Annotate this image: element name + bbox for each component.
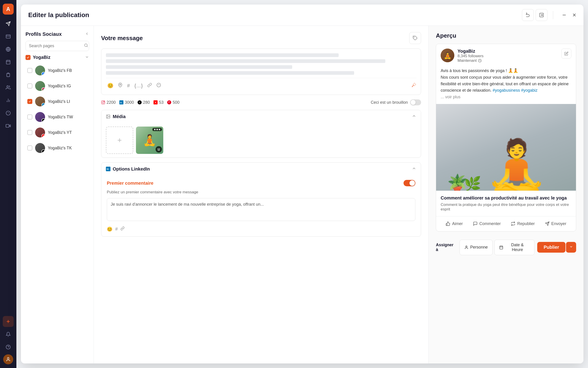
preview-title: Aperçu bbox=[436, 32, 576, 39]
profiles-title-label: Profils Sociaux bbox=[26, 31, 62, 37]
close-button[interactable]: × bbox=[572, 11, 576, 19]
profile-fb-checkbox[interactable] bbox=[27, 68, 32, 73]
list-item: ♪ YogaBiz's TK bbox=[26, 141, 89, 155]
media-section-collapse[interactable] bbox=[412, 114, 416, 119]
minimize-button[interactable]: − bbox=[562, 11, 566, 19]
nav-icon-help[interactable] bbox=[3, 341, 14, 352]
loading-line-1 bbox=[106, 53, 339, 57]
nav-icon-globe[interactable] bbox=[3, 44, 14, 55]
draft-toggle[interactable] bbox=[410, 99, 421, 105]
profile-tk-checkbox[interactable] bbox=[27, 146, 32, 150]
svg-point-3 bbox=[7, 86, 9, 87]
comment-emoji-icon[interactable]: 😊 bbox=[107, 226, 113, 232]
like-button[interactable]: Aimer bbox=[442, 220, 466, 228]
send-button[interactable]: Envoyer bbox=[541, 220, 570, 228]
undo-button[interactable] bbox=[522, 9, 534, 21]
first-comment-textarea[interactable]: Je suis ravi d'annoncer le lancement de … bbox=[107, 198, 415, 221]
preview-time: Maintenant bbox=[457, 58, 558, 63]
hashtag-yogabiz[interactable]: #yogabiz bbox=[521, 88, 537, 92]
message-panel-title: Votre message bbox=[101, 35, 143, 42]
mention-icon[interactable]: {…} bbox=[133, 81, 144, 90]
nav-icon-add[interactable] bbox=[3, 316, 14, 327]
list-item: in YogaBiz's LI bbox=[26, 95, 89, 108]
image-icon[interactable] bbox=[155, 81, 162, 90]
nav-icon-clipboard[interactable] bbox=[3, 69, 14, 80]
preview-account-name: YogaBiz bbox=[457, 49, 558, 54]
text-editor[interactable]: 😊 # {…} bbox=[101, 49, 421, 95]
nav-icon-bell[interactable] bbox=[3, 329, 14, 340]
linkedin-section-collapse[interactable] bbox=[412, 166, 416, 172]
linkedin-options-body: Premier commentaire Publiez un premier c… bbox=[101, 175, 421, 236]
search-input[interactable] bbox=[29, 44, 82, 48]
profile-ig-checkbox[interactable] bbox=[27, 83, 32, 88]
list-item: 📷 YogaBiz's IG bbox=[26, 79, 89, 93]
svg-text:in: in bbox=[106, 168, 109, 170]
comment-link-icon[interactable] bbox=[121, 226, 124, 232]
publish-button[interactable]: Publier bbox=[537, 242, 565, 253]
nav-icon-calendar[interactable] bbox=[3, 56, 14, 67]
linkedin-options-section: in Options LinkedIn Premier commentaire bbox=[101, 162, 421, 237]
media-thumb-menu[interactable] bbox=[152, 128, 162, 131]
yogabiz-group-arrow[interactable] bbox=[85, 55, 89, 60]
location-icon[interactable] bbox=[117, 81, 124, 90]
media-section-title: Média bbox=[106, 114, 126, 119]
app-logo[interactable]: A bbox=[3, 4, 14, 15]
char-count-tw: ✕ 280 bbox=[138, 100, 150, 105]
char-count-li: in 3000 bbox=[119, 100, 134, 105]
char-count-li-value: 3000 bbox=[125, 100, 134, 105]
yogabiz-group-name: YogaBiz bbox=[33, 55, 83, 60]
publish-group: Publier bbox=[537, 242, 576, 253]
svg-rect-0 bbox=[6, 35, 10, 38]
profile-li-checkbox[interactable] bbox=[27, 99, 32, 104]
comment-hashtag-icon[interactable]: # bbox=[115, 226, 118, 232]
svg-rect-33 bbox=[500, 246, 503, 249]
yoga-scene: 🪴 🌿 🧘 bbox=[436, 104, 576, 191]
assign-person-button[interactable]: Personne bbox=[460, 240, 492, 255]
search-box[interactable] bbox=[26, 41, 89, 51]
hashtag-icon[interactable]: # bbox=[126, 81, 131, 90]
redo-button[interactable] bbox=[536, 9, 547, 21]
search-icon bbox=[84, 43, 88, 49]
repost-button[interactable]: Republier bbox=[507, 220, 538, 228]
media-upload-button[interactable] bbox=[106, 127, 133, 154]
profile-tw-checkbox[interactable] bbox=[27, 114, 32, 120]
media-section: Média 🧘 bbox=[101, 110, 421, 158]
media-section-body: 🧘 bbox=[101, 123, 421, 157]
nav-icon-users[interactable] bbox=[3, 82, 14, 93]
profiles-panel-header: Profils Sociaux bbox=[26, 31, 89, 37]
date-time-button[interactable]: Date & Heure bbox=[494, 240, 535, 255]
yogabiz-group-checkbox[interactable] bbox=[26, 55, 31, 60]
first-comment-toggle[interactable] bbox=[404, 180, 415, 186]
linkedin-options-title: in Options LinkedIn bbox=[106, 166, 150, 172]
publish-dropdown-button[interactable] bbox=[566, 242, 576, 253]
profile-li-avatar: in bbox=[35, 96, 45, 106]
comment-button[interactable]: Commenter bbox=[469, 220, 504, 228]
user-avatar[interactable] bbox=[3, 354, 13, 364]
preview-edit-button[interactable] bbox=[561, 49, 571, 59]
article-card: Comment améliorer sa productivité au tra… bbox=[436, 191, 576, 216]
emoji-icon[interactable]: 😊 bbox=[106, 81, 115, 90]
link-icon[interactable] bbox=[146, 81, 153, 90]
preview-avatar: 🧘 bbox=[441, 49, 454, 62]
profile-yt-checkbox[interactable] bbox=[27, 130, 32, 135]
tag-button[interactable] bbox=[409, 32, 421, 44]
profile-yt-avatar: ▶ bbox=[35, 128, 45, 138]
profile-list: f YogaBiz's FB 📷 YogaBiz's IG bbox=[26, 64, 89, 155]
nav-icon-dashboard[interactable] bbox=[3, 108, 14, 119]
profile-tw-avatar: ✕ bbox=[35, 112, 45, 122]
nav-icon-inbox[interactable] bbox=[3, 31, 14, 42]
see-more[interactable]: ... voir plus bbox=[441, 95, 460, 99]
char-count-yt: 53 bbox=[153, 100, 164, 105]
profiles-collapse-icon[interactable] bbox=[85, 32, 89, 37]
nav-icon-video[interactable] bbox=[3, 120, 14, 131]
nav-icon-paper-plane[interactable] bbox=[3, 18, 14, 29]
ai-wand-icon[interactable] bbox=[411, 83, 416, 89]
platform-fb-badge: f bbox=[42, 72, 45, 75]
hashtag-yogabusiness[interactable]: #yogabusiness bbox=[492, 88, 520, 92]
media-delete-button[interactable] bbox=[156, 146, 162, 153]
nav-icon-chart[interactable] bbox=[3, 95, 14, 106]
edit-publication-modal: Editer la publication − × bbox=[21, 5, 583, 363]
svg-point-26 bbox=[107, 116, 108, 116]
article-title: Comment améliorer sa productivité au tra… bbox=[441, 195, 571, 201]
preview-account-info: YogaBiz 8,345 followers Maintenant bbox=[457, 49, 558, 63]
